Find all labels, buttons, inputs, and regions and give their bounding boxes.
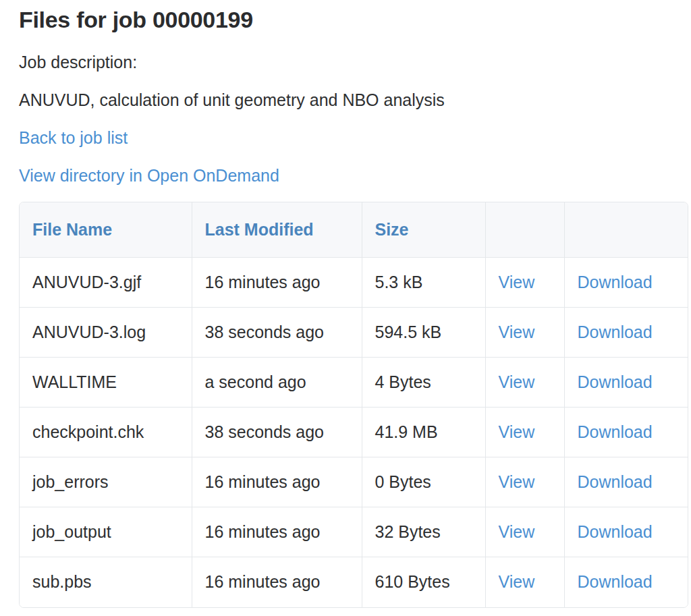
table-row: ANUVUD-3.log 38 seconds ago 594.5 kB Vie…	[20, 308, 688, 358]
download-link[interactable]: Download	[578, 572, 653, 591]
view-cell: View	[485, 457, 564, 507]
file-name-cell: job_output	[20, 507, 192, 557]
size-cell: 5.3 kB	[362, 258, 485, 308]
last-modified-cell: 16 minutes ago	[192, 258, 362, 308]
download-cell: Download	[564, 457, 688, 507]
job-description-label: Job description:	[19, 51, 691, 74]
view-link[interactable]: View	[499, 572, 535, 591]
size-cell: 41.9 MB	[362, 408, 485, 457]
column-header-file-name[interactable]: File Name	[20, 202, 192, 258]
download-link[interactable]: Download	[578, 522, 653, 541]
view-cell: View	[485, 507, 564, 557]
download-cell: Download	[564, 408, 688, 457]
size-cell: 594.5 kB	[362, 308, 485, 358]
page-content: Files for job 00000199 Job description: …	[0, 0, 691, 608]
download-cell: Download	[564, 258, 688, 308]
last-modified-cell: 16 minutes ago	[192, 457, 362, 507]
job-description-text: ANUVUD, calculation of unit geometry and…	[19, 88, 691, 112]
size-cell: 32 Bytes	[362, 507, 485, 557]
download-link[interactable]: Download	[578, 323, 653, 341]
column-header-download	[564, 202, 688, 258]
view-cell: View	[485, 258, 564, 308]
file-name-cell: sub.pbs	[20, 557, 192, 607]
view-cell: View	[485, 557, 564, 607]
last-modified-cell: 38 seconds ago	[192, 408, 362, 457]
files-table-container: File Name Last Modified Size ANUVUD-3.gj…	[19, 202, 688, 608]
table-row: job_errors 16 minutes ago 0 Bytes View D…	[20, 457, 688, 507]
header-row: File Name Last Modified Size	[20, 202, 688, 258]
column-header-size[interactable]: Size	[362, 202, 485, 258]
download-cell: Download	[564, 507, 688, 557]
download-cell: Download	[564, 308, 688, 358]
table-row: ANUVUD-3.gjf 16 minutes ago 5.3 kB View …	[20, 258, 688, 308]
size-cell: 610 Bytes	[362, 557, 485, 607]
size-cell: 0 Bytes	[362, 457, 485, 507]
back-link-row: Back to job list	[19, 126, 691, 150]
view-link[interactable]: View	[499, 472, 535, 491]
size-cell: 4 Bytes	[362, 358, 485, 408]
view-link[interactable]: View	[499, 323, 535, 341]
download-cell: Download	[564, 557, 688, 607]
files-table-header: File Name Last Modified Size	[20, 202, 688, 258]
files-table: File Name Last Modified Size ANUVUD-3.gj…	[20, 202, 688, 607]
page-title: Files for job 00000199	[19, 5, 691, 34]
file-name-cell: WALLTIME	[20, 358, 192, 408]
table-row: job_output 16 minutes ago 32 Bytes View …	[20, 507, 688, 557]
download-link[interactable]: Download	[578, 422, 653, 441]
view-link[interactable]: View	[499, 422, 535, 441]
back-to-job-list-link[interactable]: Back to job list	[19, 128, 128, 147]
last-modified-cell: a second ago	[192, 358, 362, 408]
directory-link-row: View directory in Open OnDemand	[19, 164, 691, 188]
file-name-cell: ANUVUD-3.log	[20, 308, 192, 358]
download-link[interactable]: Download	[578, 273, 653, 291]
download-link[interactable]: Download	[578, 372, 653, 391]
view-directory-link[interactable]: View directory in Open OnDemand	[19, 166, 279, 185]
view-link[interactable]: View	[499, 522, 535, 541]
table-row: sub.pbs 16 minutes ago 610 Bytes View Do…	[20, 557, 688, 607]
view-cell: View	[485, 308, 564, 358]
file-name-cell: job_errors	[20, 457, 192, 507]
file-name-cell: ANUVUD-3.gjf	[20, 258, 192, 308]
last-modified-cell: 16 minutes ago	[192, 557, 362, 607]
column-header-view	[485, 202, 564, 258]
last-modified-cell: 16 minutes ago	[192, 507, 362, 557]
column-header-last-modified[interactable]: Last Modified	[192, 202, 362, 258]
view-link[interactable]: View	[499, 273, 535, 291]
files-table-body: ANUVUD-3.gjf 16 minutes ago 5.3 kB View …	[20, 258, 688, 607]
file-name-cell: checkpoint.chk	[20, 408, 192, 457]
download-cell: Download	[564, 358, 688, 408]
view-link[interactable]: View	[499, 372, 535, 391]
last-modified-cell: 38 seconds ago	[192, 308, 362, 358]
table-row: checkpoint.chk 38 seconds ago 41.9 MB Vi…	[20, 408, 688, 457]
download-link[interactable]: Download	[578, 472, 653, 491]
table-row: WALLTIME a second ago 4 Bytes View Downl…	[20, 358, 688, 408]
view-cell: View	[485, 408, 564, 457]
view-cell: View	[485, 358, 564, 408]
